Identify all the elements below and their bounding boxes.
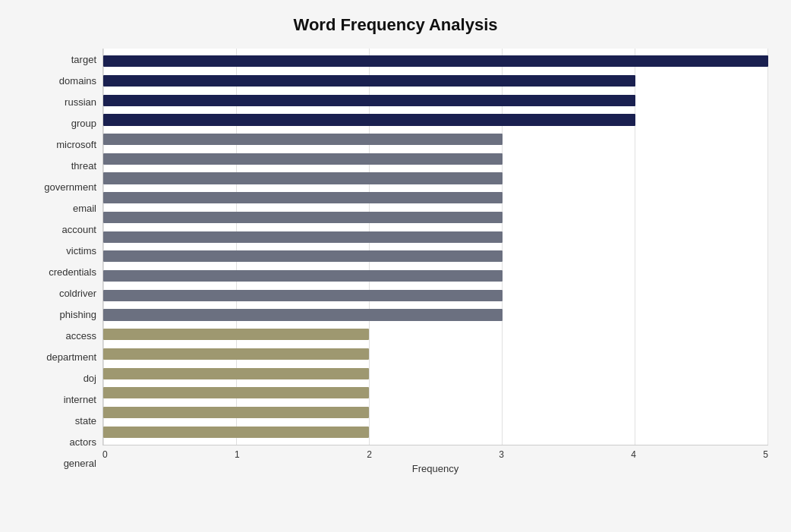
x-tick: 3 [499, 449, 504, 460]
chart-title: Word Frequency Analysis [23, 15, 768, 35]
bar-row [103, 364, 768, 383]
bar [103, 250, 503, 262]
y-label: victims [23, 246, 96, 256]
bar [103, 348, 369, 360]
x-tick: 4 [631, 449, 636, 460]
y-label: government [23, 182, 96, 192]
bar [103, 172, 503, 184]
bar [103, 329, 369, 340]
bar-row [103, 285, 768, 305]
bar [103, 95, 635, 106]
y-axis-labels: targetdomainsrussiangroupmicrosoftthreat… [23, 49, 102, 474]
y-label: general [23, 458, 96, 468]
y-label: internet [23, 395, 96, 405]
bar-row [103, 247, 768, 266]
y-label: russian [23, 97, 96, 107]
bar [103, 192, 503, 203]
y-label: doj [23, 373, 96, 383]
bar [103, 309, 503, 320]
y-label: state [23, 416, 96, 426]
bar [103, 231, 503, 243]
y-label: account [23, 225, 96, 235]
chart-area: targetdomainsrussiangroupmicrosoftthreat… [23, 49, 768, 474]
bar-row [103, 345, 768, 364]
x-axis-label: Frequency [102, 463, 768, 474]
bar-row [103, 227, 768, 247]
x-tick: 1 [235, 449, 240, 460]
bars-inner [103, 49, 768, 445]
bar-row [103, 305, 768, 325]
bar-row [103, 325, 768, 345]
y-label: access [23, 331, 96, 341]
bars-wrapper [102, 49, 768, 445]
bar [103, 290, 503, 301]
bar [103, 134, 503, 145]
y-label: threat [23, 161, 96, 171]
bar [103, 55, 768, 67]
bar [103, 212, 503, 223]
bar [103, 407, 369, 418]
x-tick: 2 [367, 449, 372, 460]
x-tick: 5 [763, 449, 768, 460]
bar-row [103, 266, 768, 286]
bar-row [103, 208, 768, 228]
bar-row [103, 383, 768, 403]
bar-row [103, 90, 768, 110]
y-label: credentials [23, 267, 96, 277]
bar-row [103, 110, 768, 130]
bar [103, 114, 635, 125]
bar-row [103, 52, 768, 71]
y-label: coldriver [23, 288, 96, 298]
bar-row [103, 188, 768, 208]
y-label: actors [23, 437, 96, 447]
x-tick: 0 [102, 449, 108, 460]
bar [103, 427, 369, 438]
y-label: domains [23, 76, 96, 86]
bar-row [103, 71, 768, 91]
y-label: phishing [23, 310, 96, 320]
y-label: email [23, 203, 96, 213]
bar [103, 153, 503, 165]
y-label: group [23, 118, 96, 128]
bar-row [103, 150, 768, 169]
bar-row [103, 422, 768, 442]
bar-row [103, 168, 768, 188]
bar-row [103, 403, 768, 423]
bars-section: 012345 Frequency [102, 49, 768, 474]
chart-container: Word Frequency Analysis targetdomainsrus… [0, 0, 791, 532]
y-label: target [23, 55, 96, 65]
bar [103, 270, 503, 282]
y-label: department [23, 352, 96, 362]
x-axis-ticks: 012345 [102, 445, 768, 460]
bar [103, 75, 635, 87]
bar [103, 368, 369, 379]
bar-row [103, 130, 768, 150]
bar [103, 387, 369, 398]
y-label: microsoft [23, 140, 96, 150]
